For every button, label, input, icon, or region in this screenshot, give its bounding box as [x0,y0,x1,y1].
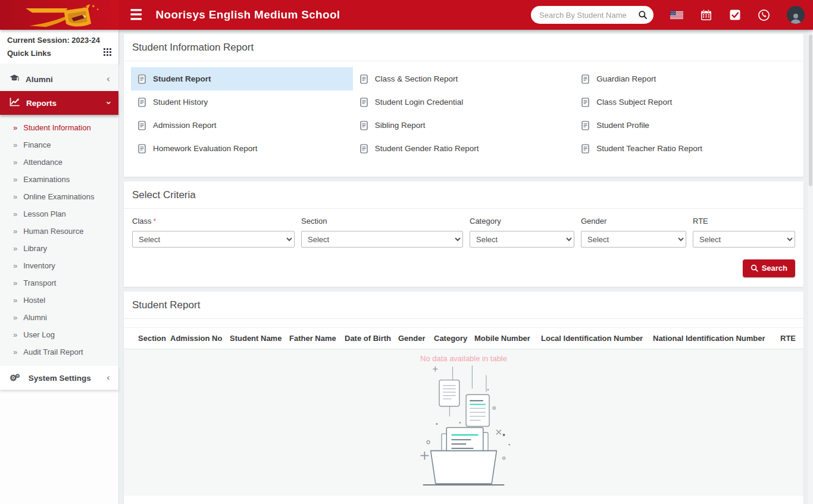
school-logo[interactable] [0,0,119,30]
file-icon [138,144,146,154]
double-angle-icon: » [13,330,17,339]
submenu-item-user-log[interactable]: »User Log [0,326,118,343]
whatsapp-icon[interactable] [758,9,770,21]
column-header[interactable]: Student Name [230,334,289,343]
calendar-icon[interactable] [700,9,712,21]
report-link-student-report[interactable]: Student Report [131,67,353,90]
file-icon [581,144,589,154]
gender-label: Gender [581,217,686,226]
school-title: Noorisys English Medium School [156,8,340,21]
scrollbar-thumb[interactable] [809,35,812,186]
report-link-student-gender-ratio-report[interactable]: Student Gender Ratio Report [353,137,575,160]
user-avatar[interactable] [787,6,805,24]
student-report-panel: Student Report Section Admission No Stud… [124,292,803,504]
column-header[interactable]: Date of Birth [345,334,398,343]
search-icon[interactable] [638,10,648,20]
menu-icon[interactable]: ☰ [130,8,143,22]
chevron-down-icon: ‹ [103,101,114,105]
submenu-item-hostel[interactable]: »Hostel [0,292,118,309]
column-header[interactable]: Admission No [170,334,230,343]
gender-field: Gender Select [581,217,686,248]
submenu-item-inventory[interactable]: »Inventory [0,257,118,274]
report-link-class-subject-report[interactable]: Class Subject Report [574,90,796,114]
submenu-item-library[interactable]: »Library [0,240,118,257]
report-link-sibling-report[interactable]: Sibling Report [353,114,575,137]
submenu-item-transport[interactable]: »Transport [0,274,118,292]
category-field: Category Select [470,217,574,248]
quick-links[interactable]: Quick Links [7,48,111,58]
column-header[interactable]: Father Name [289,334,345,343]
sidebar-item-system-settings[interactable]: ⚙⚙ System Settings ‹ [0,366,118,390]
column-header[interactable]: Local Identification Number [541,334,653,343]
double-angle-icon: » [13,175,17,184]
header-actions [531,6,805,24]
category-select[interactable]: Select [470,231,574,248]
report-link-student-login-credential[interactable]: Student Login Credential [353,90,575,114]
session-card: Current Session: 2023-24 Quick Links [0,30,118,64]
report-link-student-teacher-ratio-report[interactable]: Student Teacher Ratio Report [574,137,796,160]
double-angle-icon: » [13,140,17,149]
column-header[interactable]: Section [138,334,170,343]
current-session-label: Current Session: 2023-24 [7,35,111,46]
rte-select[interactable]: Select [693,231,795,248]
column-header[interactable]: National Identification Number [653,334,780,343]
chevron-left-icon: ‹ [107,74,110,84]
sidebar-item-alumni[interactable]: Alumni ‹ [0,67,118,91]
file-icon [138,74,146,84]
sidebar-item-label: Reports [26,99,57,108]
sidebar: Current Session: 2023-24 Quick Links Alu… [0,30,119,504]
top-header: ☰ Noorisys English Medium School [0,0,813,30]
chart-line-icon [10,98,20,108]
double-angle-icon: » [13,278,17,287]
double-angle-icon: » [13,296,17,305]
logo-graphic [15,2,104,28]
file-icon [360,121,368,130]
file-icon [360,74,368,84]
file-icon [360,144,368,154]
student-search [531,6,653,24]
panel-title: Student Information Report [124,34,803,61]
section-select[interactable]: Select [301,231,463,248]
empty-table-zone: No data available in table [124,349,803,496]
report-link-student-history[interactable]: Student History [131,90,353,114]
sidebar-item-label: Alumni [26,75,53,84]
report-link-student-profile[interactable]: Student Profile [574,114,796,137]
submenu-item-audit-trail-report[interactable]: »Audit Trail Report [0,343,118,361]
double-angle-icon: » [13,313,17,322]
class-field: Class* Select [132,217,295,248]
language-flag-icon[interactable] [670,11,683,20]
submenu-item-online-examinations[interactable]: »Online Examinations [0,188,118,205]
search-button[interactable]: Search [743,259,795,277]
file-icon [581,121,589,130]
column-header[interactable]: Category [434,334,474,343]
submenu-item-finance[interactable]: »Finance [0,136,118,154]
grid-icon [104,48,111,58]
report-link-homework-evaluation-report[interactable]: Homework Evaluation Report [131,137,353,160]
column-header[interactable]: RTE [780,334,799,343]
search-input[interactable] [539,11,638,20]
report-link-class-section-report[interactable]: Class & Section Report [353,67,575,90]
submenu-item-student-information[interactable]: »Student Information [0,119,118,136]
file-icon [360,98,368,107]
sidebar-item-reports[interactable]: Reports ‹ [0,91,118,115]
submenu-item-examinations[interactable]: »Examinations [0,171,118,188]
empty-hint: ←Add new record or search with different… [124,496,803,504]
submenu-item-human-resource[interactable]: »Human Resource [0,223,118,240]
report-link-guardian-report[interactable]: Guardian Report [574,67,796,90]
submenu-item-lesson-plan[interactable]: »Lesson Plan [0,205,118,223]
vertical-scrollbar[interactable] [808,30,813,504]
double-angle-icon: » [13,227,17,236]
task-check-icon[interactable] [729,9,741,21]
column-header[interactable]: Gender [398,334,434,343]
submenu-item-attendance[interactable]: »Attendance [0,154,118,171]
graduation-cap-icon [10,74,19,84]
gender-select[interactable]: Select [581,231,686,248]
class-select[interactable]: Select [132,231,295,248]
file-icon [581,98,589,107]
double-angle-icon: » [13,261,17,270]
section-label: Section [301,217,463,226]
submenu-item-alumni[interactable]: »Alumni [0,309,118,326]
column-header[interactable]: Mobile Number [474,334,541,343]
report-link-admission-report[interactable]: Admission Report [131,114,353,137]
table-header-row: Section Admission No Student Name Father… [124,327,803,349]
